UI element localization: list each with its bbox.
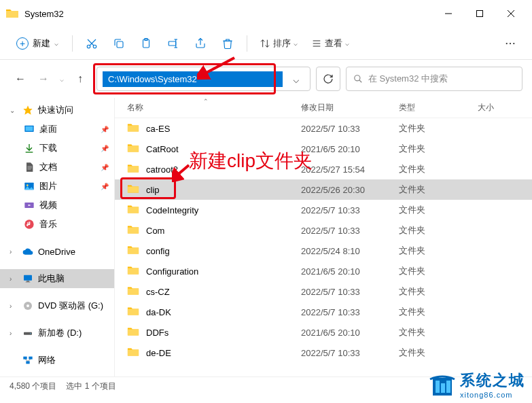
column-name[interactable]: 名称 ⌃ [127, 102, 301, 113]
file-name: DDFs [146, 328, 301, 338]
more-icon[interactable] [498, 31, 522, 56]
file-date: 2022/5/26 20:30 [301, 185, 399, 195]
close-button[interactable] [495, 3, 527, 24]
file-type: 文件夹 [399, 122, 478, 135]
pin-icon: 📌 [101, 145, 109, 152]
address-dropdown-icon[interactable]: ⌵ [285, 73, 307, 86]
sort-button[interactable]: 排序 ⌵ [254, 35, 303, 52]
svg-rect-44 [23, 357, 26, 360]
sort-label: 排序 [273, 37, 291, 50]
sidebar-this-pc[interactable]: › 此电脑 [0, 269, 114, 288]
file-row[interactable]: cs-CZ2022/5/7 10:33文件夹 [115, 281, 532, 302]
chevron-right-icon: › [10, 302, 18, 310]
sidebar-network[interactable]: 网络 [0, 351, 114, 370]
column-size[interactable]: 大小 [478, 102, 532, 113]
chevron-right-icon: › [10, 275, 18, 283]
download-icon [23, 142, 35, 154]
cut-icon[interactable] [79, 31, 104, 56]
sidebar-quick-access[interactable]: ⌄ 快速访问 [0, 101, 114, 120]
sidebar-documents[interactable]: 文档 📌 [0, 158, 114, 177]
file-row[interactable]: clip2022/5/26 20:30文件夹 [115, 179, 532, 200]
file-date: 2021/6/5 20:10 [301, 266, 399, 277]
address-input[interactable] [103, 71, 283, 87]
sidebar-pictures[interactable]: 图片 📌 [0, 177, 114, 196]
chevron-right-icon: › [10, 248, 18, 256]
sidebar-dvd[interactable]: › DVD 驱动器 (G:) [0, 296, 114, 315]
chevron-right-icon: › [10, 330, 18, 337]
separator [72, 35, 73, 52]
forward-button[interactable]: → [33, 68, 54, 90]
file-type: 文件夹 [399, 224, 478, 236]
minimize-button[interactable] [433, 3, 464, 24]
paste-icon[interactable] [134, 31, 158, 56]
file-row[interactable]: Configuration2021/6/5 20:10文件夹 [115, 261, 532, 281]
copy-icon[interactable] [107, 31, 131, 56]
sidebar-label: 图片 [39, 180, 96, 192]
svg-point-23 [510, 42, 511, 43]
sidebar-newvol[interactable]: › 新加卷 (D:) [0, 323, 114, 343]
share-icon[interactable] [188, 31, 213, 56]
pc-icon [22, 273, 34, 285]
search-box[interactable]: 在 System32 中搜索 [346, 67, 522, 91]
new-button[interactable]: + 新建 ⌵ [10, 33, 65, 54]
folder-icon [127, 346, 141, 360]
chevron-down-icon: ⌵ [54, 39, 58, 47]
column-type[interactable]: 类型 [399, 102, 478, 113]
folder-icon [127, 326, 141, 339]
view-label: 查看 [325, 37, 342, 50]
file-row[interactable]: CodeIntegrity2022/5/7 10:33文件夹 [115, 200, 532, 220]
address-bar[interactable]: ⌵ [96, 67, 311, 91]
file-row[interactable]: config2022/5/24 8:10文件夹 [115, 241, 532, 261]
pin-icon: 📌 [101, 164, 109, 171]
rename-icon[interactable] [161, 31, 185, 56]
sidebar-music[interactable]: 音乐 [0, 215, 114, 234]
folder-icon [127, 203, 141, 217]
file-row[interactable]: da-DK2022/5/7 10:33文件夹 [115, 302, 532, 322]
separator [247, 35, 247, 52]
sidebar-videos[interactable]: 视频 [0, 196, 114, 215]
maximize-button[interactable] [464, 3, 495, 24]
sidebar-label: 桌面 [39, 123, 96, 135]
refresh-button[interactable] [316, 67, 340, 91]
up-button[interactable]: ↑ [69, 68, 91, 90]
file-date: 2022/5/7 10:33 [301, 287, 399, 297]
file-row[interactable]: Com2022/5/7 10:33文件夹 [115, 220, 532, 241]
sidebar-label: 音乐 [39, 218, 109, 230]
sidebar-label: 文档 [39, 161, 96, 173]
delete-icon[interactable] [215, 31, 240, 56]
svg-point-25 [355, 75, 360, 81]
main-area: ⌄ 快速访问 桌面 📌 下载 📌 文档 📌 图片 📌 视频 [0, 98, 532, 376]
file-name: Com [146, 226, 301, 236]
file-name: ca-ES [146, 124, 301, 134]
file-row[interactable]: de-DE2022/5/7 10:33文件夹 [115, 343, 532, 363]
video-icon [23, 199, 35, 211]
view-button[interactable]: 查看 ⌵ [306, 35, 355, 52]
file-type: 文件夹 [399, 347, 478, 359]
svg-point-22 [506, 42, 508, 43]
sidebar-label: 快速访问 [38, 104, 109, 116]
sidebar-downloads[interactable]: 下载 📌 [0, 139, 114, 158]
file-type: 文件夹 [399, 204, 478, 216]
file-row[interactable]: DDFs2021/6/5 20:10文件夹 [115, 322, 532, 343]
svg-rect-29 [26, 126, 33, 131]
column-headers: 名称 ⌃ 修改日期 类型 大小 [115, 98, 532, 118]
folder-icon [127, 264, 141, 278]
back-button[interactable]: ← [10, 68, 31, 90]
file-row[interactable]: ca-ES2022/5/7 10:33文件夹 [115, 118, 532, 139]
sidebar-desktop[interactable]: 桌面 📌 [0, 120, 114, 139]
svg-rect-55 [441, 383, 445, 393]
sidebar-onedrive[interactable]: › OneDrive [0, 242, 114, 261]
history-dropdown[interactable]: ⌵ [56, 68, 68, 90]
watermark: 系统之城 xitong86.com [429, 370, 525, 399]
file-row[interactable]: CatRoot2021/6/5 20:10文件夹 [115, 139, 532, 159]
watermark-logo-icon [429, 371, 456, 398]
file-type: 文件夹 [399, 245, 478, 257]
file-date: 2022/5/24 8:10 [301, 246, 399, 256]
search-placeholder: 在 System32 中搜索 [368, 73, 448, 85]
file-list[interactable]: ca-ES2022/5/7 10:33文件夹CatRoot2021/6/5 20… [115, 118, 532, 376]
file-name: cs-CZ [146, 287, 301, 297]
file-row[interactable]: catroot22022/5/27 15:54文件夹 [115, 159, 532, 179]
file-type: 文件夹 [399, 163, 478, 175]
chevron-down-icon: ⌵ [345, 39, 349, 47]
column-date[interactable]: 修改日期 [301, 102, 399, 113]
